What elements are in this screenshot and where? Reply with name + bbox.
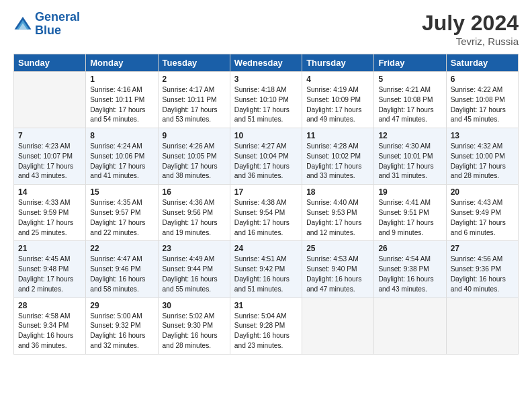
- day-number: 24: [234, 244, 298, 253]
- day-cell: 4Sunrise: 4:19 AM Sunset: 10:09 PM Dayli…: [302, 72, 374, 128]
- day-cell: 7Sunrise: 4:23 AM Sunset: 10:07 PM Dayli…: [14, 128, 86, 185]
- day-number: 27: [451, 244, 514, 253]
- day-cell: 9Sunrise: 4:26 AM Sunset: 10:05 PM Dayli…: [158, 128, 230, 185]
- day-cell: 8Sunrise: 4:24 AM Sunset: 10:06 PM Dayli…: [86, 128, 158, 185]
- day-number: 8: [90, 131, 153, 140]
- day-number: 1: [90, 75, 153, 84]
- week-row-4: 21Sunrise: 4:45 AM Sunset: 9:48 PM Dayli…: [14, 241, 519, 298]
- day-info: Sunrise: 4:53 AM Sunset: 9:40 PM Dayligh…: [306, 255, 369, 294]
- day-info: Sunrise: 4:32 AM Sunset: 10:00 PM Daylig…: [451, 142, 514, 181]
- logo-line1: General: [35, 10, 80, 24]
- day-info: Sunrise: 4:49 AM Sunset: 9:44 PM Dayligh…: [163, 255, 226, 294]
- day-info: Sunrise: 4:36 AM Sunset: 9:56 PM Dayligh…: [163, 198, 226, 238]
- day-number: 31: [234, 301, 298, 310]
- col-header-saturday: Saturday: [446, 54, 518, 72]
- day-cell: [302, 298, 374, 354]
- day-cell: 11Sunrise: 4:28 AM Sunset: 10:02 PM Dayl…: [302, 128, 374, 185]
- day-cell: 3Sunrise: 4:18 AM Sunset: 10:10 PM Dayli…: [230, 72, 302, 128]
- day-info: Sunrise: 4:18 AM Sunset: 10:10 PM Daylig…: [234, 85, 298, 125]
- week-row-2: 7Sunrise: 4:23 AM Sunset: 10:07 PM Dayli…: [14, 128, 519, 185]
- day-cell: 13Sunrise: 4:32 AM Sunset: 10:00 PM Dayl…: [446, 128, 518, 185]
- month-title: July 2024: [422, 11, 519, 36]
- day-info: Sunrise: 4:51 AM Sunset: 9:42 PM Dayligh…: [234, 255, 298, 294]
- page: General Blue July 2024 Tevriz, Russia Su…: [0, 0, 532, 411]
- calendar-table: SundayMondayTuesdayWednesdayThursdayFrid…: [13, 54, 519, 355]
- day-number: 18: [306, 187, 369, 197]
- day-cell: 31Sunrise: 5:04 AM Sunset: 9:28 PM Dayli…: [230, 298, 302, 354]
- day-cell: 25Sunrise: 4:53 AM Sunset: 9:40 PM Dayli…: [302, 241, 374, 298]
- day-number: 29: [90, 301, 153, 310]
- day-cell: 23Sunrise: 4:49 AM Sunset: 9:44 PM Dayli…: [158, 241, 230, 298]
- logo-line2: Blue: [35, 24, 61, 37]
- day-cell: 17Sunrise: 4:38 AM Sunset: 9:54 PM Dayli…: [230, 185, 302, 241]
- day-cell: 22Sunrise: 4:47 AM Sunset: 9:46 PM Dayli…: [86, 241, 158, 298]
- day-cell: 24Sunrise: 4:51 AM Sunset: 9:42 PM Dayli…: [230, 241, 302, 298]
- day-number: 21: [18, 244, 81, 253]
- day-info: Sunrise: 4:27 AM Sunset: 10:04 PM Daylig…: [234, 142, 298, 181]
- day-cell: [14, 72, 86, 128]
- day-info: Sunrise: 4:17 AM Sunset: 10:11 PM Daylig…: [163, 85, 226, 125]
- day-info: Sunrise: 4:16 AM Sunset: 10:11 PM Daylig…: [90, 85, 153, 125]
- day-number: 15: [90, 187, 153, 197]
- col-header-sunday: Sunday: [14, 54, 86, 72]
- day-cell: 5Sunrise: 4:21 AM Sunset: 10:08 PM Dayli…: [374, 72, 446, 128]
- day-info: Sunrise: 5:00 AM Sunset: 9:32 PM Dayligh…: [90, 312, 153, 351]
- day-number: 28: [18, 301, 81, 310]
- day-info: Sunrise: 4:58 AM Sunset: 9:34 PM Dayligh…: [18, 312, 81, 351]
- day-number: 22: [90, 244, 153, 253]
- day-cell: 15Sunrise: 4:35 AM Sunset: 9:57 PM Dayli…: [86, 185, 158, 241]
- col-header-tuesday: Tuesday: [158, 54, 230, 72]
- day-info: Sunrise: 4:26 AM Sunset: 10:05 PM Daylig…: [163, 142, 226, 181]
- day-info: Sunrise: 4:38 AM Sunset: 9:54 PM Dayligh…: [234, 198, 298, 238]
- day-info: Sunrise: 4:28 AM Sunset: 10:02 PM Daylig…: [306, 142, 369, 181]
- day-number: 7: [18, 131, 81, 140]
- day-info: Sunrise: 4:47 AM Sunset: 9:46 PM Dayligh…: [90, 255, 153, 294]
- day-number: 16: [163, 187, 226, 197]
- day-cell: 27Sunrise: 4:56 AM Sunset: 9:36 PM Dayli…: [446, 241, 518, 298]
- logo-text: General Blue: [35, 11, 80, 38]
- day-cell: 26Sunrise: 4:54 AM Sunset: 9:38 PM Dayli…: [374, 241, 446, 298]
- day-cell: 2Sunrise: 4:17 AM Sunset: 10:11 PM Dayli…: [158, 72, 230, 128]
- day-info: Sunrise: 4:24 AM Sunset: 10:06 PM Daylig…: [90, 142, 153, 181]
- day-number: 26: [378, 244, 441, 253]
- day-info: Sunrise: 4:30 AM Sunset: 10:01 PM Daylig…: [378, 142, 441, 181]
- day-info: Sunrise: 4:35 AM Sunset: 9:57 PM Dayligh…: [90, 198, 153, 238]
- day-number: 13: [451, 131, 514, 140]
- day-cell: 18Sunrise: 4:40 AM Sunset: 9:53 PM Dayli…: [302, 185, 374, 241]
- day-info: Sunrise: 4:45 AM Sunset: 9:48 PM Dayligh…: [18, 255, 81, 294]
- day-cell: 21Sunrise: 4:45 AM Sunset: 9:48 PM Dayli…: [14, 241, 86, 298]
- day-info: Sunrise: 4:54 AM Sunset: 9:38 PM Dayligh…: [378, 255, 441, 294]
- header: General Blue July 2024 Tevriz, Russia: [13, 11, 519, 47]
- day-info: Sunrise: 4:40 AM Sunset: 9:53 PM Dayligh…: [306, 198, 369, 238]
- day-number: 23: [163, 244, 226, 253]
- header-row: SundayMondayTuesdayWednesdayThursdayFrid…: [14, 54, 519, 72]
- day-number: 11: [306, 131, 369, 140]
- day-cell: 10Sunrise: 4:27 AM Sunset: 10:04 PM Dayl…: [230, 128, 302, 185]
- col-header-friday: Friday: [374, 54, 446, 72]
- day-number: 30: [163, 301, 226, 310]
- day-number: 10: [234, 131, 298, 140]
- week-row-5: 28Sunrise: 4:58 AM Sunset: 9:34 PM Dayli…: [14, 298, 519, 354]
- day-info: Sunrise: 4:23 AM Sunset: 10:07 PM Daylig…: [18, 142, 81, 181]
- day-cell: 29Sunrise: 5:00 AM Sunset: 9:32 PM Dayli…: [86, 298, 158, 354]
- day-number: 4: [306, 75, 369, 84]
- col-header-thursday: Thursday: [302, 54, 374, 72]
- day-info: Sunrise: 4:19 AM Sunset: 10:09 PM Daylig…: [306, 85, 369, 125]
- day-cell: 20Sunrise: 4:43 AM Sunset: 9:49 PM Dayli…: [446, 185, 518, 241]
- day-number: 3: [234, 75, 298, 84]
- day-number: 25: [306, 244, 369, 253]
- day-info: Sunrise: 4:33 AM Sunset: 9:59 PM Dayligh…: [18, 198, 81, 238]
- day-cell: 1Sunrise: 4:16 AM Sunset: 10:11 PM Dayli…: [86, 72, 158, 128]
- day-info: Sunrise: 5:02 AM Sunset: 9:30 PM Dayligh…: [163, 312, 226, 351]
- day-info: Sunrise: 4:43 AM Sunset: 9:49 PM Dayligh…: [451, 198, 514, 238]
- day-info: Sunrise: 4:22 AM Sunset: 10:08 PM Daylig…: [451, 85, 514, 125]
- col-header-monday: Monday: [86, 54, 158, 72]
- day-number: 6: [451, 75, 514, 84]
- week-row-1: 1Sunrise: 4:16 AM Sunset: 10:11 PM Dayli…: [14, 72, 519, 128]
- day-cell: 6Sunrise: 4:22 AM Sunset: 10:08 PM Dayli…: [446, 72, 518, 128]
- day-cell: 19Sunrise: 4:41 AM Sunset: 9:51 PM Dayli…: [374, 185, 446, 241]
- col-header-wednesday: Wednesday: [230, 54, 302, 72]
- day-info: Sunrise: 4:56 AM Sunset: 9:36 PM Dayligh…: [451, 255, 514, 294]
- logo: General Blue: [13, 11, 80, 38]
- logo-icon: [13, 15, 32, 34]
